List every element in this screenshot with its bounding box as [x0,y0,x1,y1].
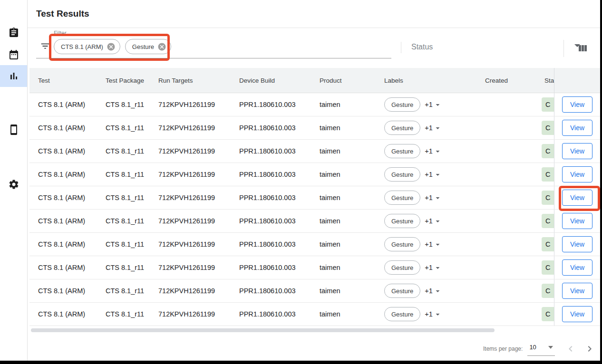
more-labels-dropdown[interactable]: +1 [425,147,442,156]
more-labels-dropdown[interactable]: +1 [425,263,442,272]
filter-chip-gesture[interactable]: Gesture [125,39,171,54]
status-select[interactable]: Status [407,40,582,55]
label-chip[interactable]: Gesture [384,237,420,251]
view-button[interactable]: View [562,283,592,299]
cell-actions: View [554,93,600,116]
filter-chips: CTS 8.1 (ARM) Gesture [54,39,171,54]
table-row[interactable]: CTS 8.1 (ARM) CTS 8.1_r11 712KPVH1261199… [29,279,600,303]
view-button[interactable]: View [562,190,592,206]
view-button[interactable]: View [562,166,592,182]
status-badge: C [542,214,554,228]
chip-remove-button[interactable] [157,42,166,51]
more-labels-dropdown[interactable]: +1 [425,287,442,296]
cell-actions: View [554,186,600,209]
cell-run-targets: 712KPVH1261199 [158,140,239,163]
column-settings-button[interactable] [574,40,591,57]
column-header-run-targets[interactable]: Run Targets [158,68,239,93]
label-chip-text: Gesture [391,264,413,271]
view-button[interactable]: View [562,143,592,159]
cell-product: taimen [320,140,384,163]
filter-input-underline [36,58,391,58]
filter-chip-cts[interactable]: CTS 8.1 (ARM) [54,39,120,54]
paginator: Items per page: 10 [483,338,596,359]
calendar-icon [8,49,19,60]
cell-labels: Gesture +1 [384,93,485,116]
cell-status: C [542,279,554,302]
arrow-drop-down-icon [433,170,442,179]
more-labels-dropdown[interactable]: +1 [425,124,442,133]
cell-device-build: PPR1.180610.003 [239,233,320,256]
column-header-labels[interactable]: Labels [384,68,485,93]
cell-product: taimen [320,279,384,302]
label-chip[interactable]: Gesture [384,97,420,112]
more-labels-count: +1 [425,171,433,178]
page-size-select[interactable]: 10 [527,342,555,356]
label-chip[interactable]: Gesture [384,307,420,321]
cell-created [485,116,542,139]
column-header-test[interactable]: Test [29,68,106,93]
label-chip[interactable]: Gesture [384,121,420,135]
cell-product: taimen [320,116,384,139]
cell-test: CTS 8.1 (ARM) [29,303,106,326]
cell-test-package: CTS 8.1_r11 [106,163,158,186]
view-button[interactable]: View [562,120,592,136]
view-button[interactable]: View [562,96,592,113]
cell-actions: View [554,116,600,139]
cell-actions: View [554,210,600,232]
column-header-device-build[interactable]: Device Build [239,68,320,93]
cell-labels: Gesture +1 [384,186,485,209]
more-labels-count: +1 [425,101,433,108]
column-header-status[interactable]: Status [542,68,554,93]
column-header-test-package[interactable]: Test Package [106,68,158,93]
cell-run-targets: 712KPVH1261199 [158,303,239,326]
sidebar-item-settings[interactable] [0,173,27,195]
sidebar-item-test-plans[interactable] [0,44,27,66]
table-row[interactable]: CTS 8.1 (ARM) CTS 8.1_r11 712KPVH1261199… [29,303,600,326]
label-chip[interactable]: Gesture [384,260,420,275]
label-chip[interactable]: Gesture [384,284,420,298]
label-chip[interactable]: Gesture [384,144,420,158]
cell-created [485,279,542,302]
cell-product: taimen [320,303,384,326]
table-row[interactable]: CTS 8.1 (ARM) CTS 8.1_r11 712KPVH1261199… [29,210,600,233]
view-button[interactable]: View [562,306,592,322]
chip-remove-button[interactable] [107,42,116,51]
table-row[interactable]: CTS 8.1 (ARM) CTS 8.1_r11 712KPVH1261199… [29,233,600,256]
view-button[interactable]: View [562,213,592,229]
view-button[interactable]: View [562,236,592,252]
more-labels-count: +1 [425,194,433,201]
more-labels-dropdown[interactable]: +1 [425,217,442,226]
more-labels-dropdown[interactable]: +1 [425,100,442,109]
more-labels-dropdown[interactable]: +1 [425,310,442,319]
more-labels-count: +1 [425,147,433,155]
sidebar-item-devices[interactable] [0,119,27,141]
cell-labels: Gesture +1 [384,210,485,232]
previous-page-button[interactable] [564,343,577,355]
filter-list-icon [40,41,50,51]
column-header-created[interactable]: Created [485,68,542,93]
more-labels-dropdown[interactable]: +1 [425,193,442,202]
more-labels-dropdown[interactable]: +1 [425,170,442,179]
more-labels-dropdown[interactable]: +1 [425,240,442,249]
column-header-product[interactable]: Product [320,68,384,93]
table-row[interactable]: CTS 8.1 (ARM) CTS 8.1_r11 712KPVH1261199… [29,116,600,140]
cell-run-targets: 712KPVH1261199 [158,93,239,116]
table-row[interactable]: CTS 8.1 (ARM) CTS 8.1_r11 712KPVH1261199… [29,163,600,186]
view-button[interactable]: View [562,259,592,276]
label-chip[interactable]: Gesture [384,191,420,205]
cell-test-package: CTS 8.1_r11 [106,210,158,232]
label-chip[interactable]: Gesture [384,167,420,182]
sidebar-item-test-suites[interactable] [0,22,27,44]
table-row[interactable]: CTS 8.1 (ARM) CTS 8.1_r11 712KPVH1261199… [29,140,600,163]
toolbar-divider-left [401,42,401,53]
next-page-button[interactable] [583,343,596,355]
sidebar-item-test-results[interactable] [0,65,27,87]
cell-test-package: CTS 8.1_r11 [106,233,158,256]
table-row[interactable]: CTS 8.1 (ARM) CTS 8.1_r11 712KPVH1261199… [29,256,600,279]
label-chip[interactable]: Gesture [384,214,420,228]
chevron-right-icon [584,343,595,354]
horizontal-scrollbar[interactable] [31,328,495,332]
table-row[interactable]: CTS 8.1 (ARM) CTS 8.1_r11 712KPVH1261199… [29,93,600,116]
cell-run-targets: 712KPVH1261199 [158,256,239,279]
table-row[interactable]: CTS 8.1 (ARM) CTS 8.1_r11 712KPVH1261199… [29,186,600,210]
